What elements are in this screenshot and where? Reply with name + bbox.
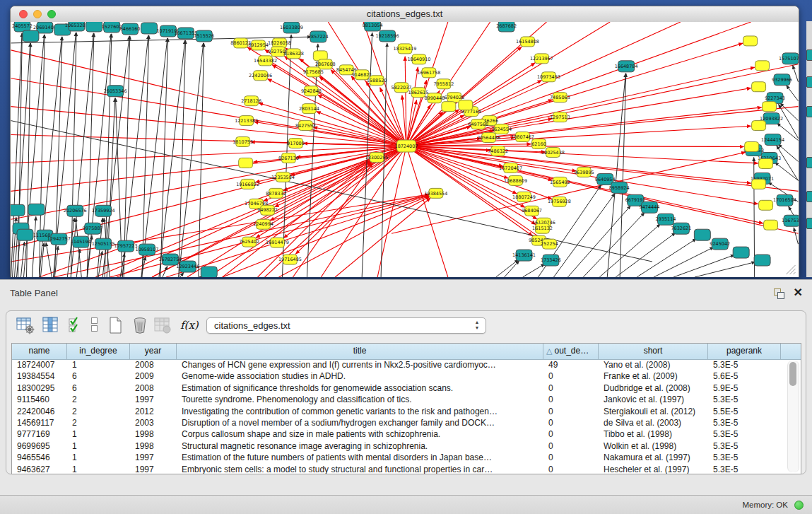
table-cell[interactable]: 1 <box>67 440 130 452</box>
table-cell[interactable]: 0 <box>543 382 599 394</box>
network-node[interactable] <box>745 142 759 152</box>
table-cell[interactable]: 2012 <box>130 406 177 417</box>
table-cell[interactable]: Investigating the contribution of common… <box>177 406 543 417</box>
table-cell[interactable]: 5.3E-5 <box>708 417 781 428</box>
network-node[interactable]: 9639895 <box>574 167 594 177</box>
network-node[interactable]: 9474444 <box>640 201 660 213</box>
table-cell[interactable]: 9463627 <box>12 464 67 474</box>
table-cell[interactable]: 5.3E-5 <box>708 464 781 474</box>
table-cell[interactable]: Franke et al. (2009) <box>599 370 708 382</box>
network-node[interactable]: 7632621 <box>671 223 692 234</box>
network-node[interactable]: 8912954 <box>248 40 269 50</box>
table-cell[interactable]: Tourette syndrome. Phenomenology and cla… <box>177 394 543 405</box>
table-cell[interactable]: Hescheler et al. (1997) <box>599 464 708 474</box>
table-cell[interactable]: Wolkin et al. (1998) <box>599 440 708 452</box>
network-node[interactable]: 1167534 <box>782 215 799 226</box>
network-node[interactable]: 917008 <box>287 139 305 148</box>
table-cell[interactable]: 6 <box>67 370 130 382</box>
table-cell[interactable]: Yano et al. (2008) <box>599 359 708 370</box>
table-cell[interactable]: Nakamura et al. (1997) <box>599 452 708 463</box>
table-cell[interactable]: 9699695 <box>12 440 67 452</box>
table-cell[interactable]: 1 <box>67 452 130 463</box>
table-cell[interactable]: 5.6E-5 <box>708 370 781 382</box>
network-node[interactable]: 1145194 <box>71 236 91 247</box>
network-node[interactable] <box>694 229 710 240</box>
network-node[interactable]: 12942757 <box>47 233 71 245</box>
table-cell[interactable]: Stergiakouli et al. (2012) <box>599 406 708 417</box>
network-node[interactable]: 16033809 <box>280 22 303 33</box>
network-node[interactable]: 9242848 <box>301 86 322 96</box>
network-node[interactable]: 12923446 <box>176 261 199 272</box>
table-cell[interactable]: 1998 <box>130 428 177 440</box>
network-node[interactable]: 12213967 <box>530 54 553 64</box>
column-header-title[interactable]: title <box>177 344 543 359</box>
network-node[interactable]: 17359924 <box>92 205 115 216</box>
table-row[interactable]: 1830029562008Estimation of significance … <box>12 382 781 394</box>
network-node[interactable] <box>759 200 773 210</box>
network-node[interactable] <box>754 255 770 266</box>
table-cell[interactable]: 5.9E-5 <box>708 382 781 394</box>
network-node[interactable] <box>752 179 766 189</box>
network-node[interactable]: 14136141 <box>512 250 536 261</box>
column-header-indegree[interactable]: in_degree <box>67 344 130 359</box>
table-cell[interactable]: 2009 <box>130 370 177 382</box>
network-node[interactable]: 17016504 <box>773 194 796 206</box>
table-row[interactable]: 1872400712008Changes of HCN gene express… <box>12 359 781 370</box>
deselect-rows-icon[interactable] <box>86 316 104 334</box>
function-builder-icon[interactable]: f(x) <box>179 316 197 334</box>
network-node[interactable] <box>17 229 33 240</box>
memory-status-indicator[interactable] <box>794 501 804 510</box>
table-cell[interactable]: 9465546 <box>12 452 67 463</box>
table-row[interactable]: 977716911998Corpus callosum shape and si… <box>12 428 781 440</box>
network-node[interactable]: 19716485 <box>278 255 302 264</box>
table-row[interactable]: 946554611997Estimation of the future num… <box>12 452 781 463</box>
table-cell[interactable]: Jankovic et al. (1997) <box>599 394 708 405</box>
table-cell[interactable]: 9115460 <box>12 394 67 405</box>
network-node[interactable] <box>752 121 766 131</box>
network-node[interactable]: 10688609 <box>504 175 527 185</box>
table-cell[interactable]: 2003 <box>130 417 177 428</box>
table-cell[interactable]: 18300295 <box>12 382 67 394</box>
table-cell[interactable]: 22420046 <box>12 406 67 417</box>
network-node[interactable] <box>755 61 770 71</box>
network-node[interactable]: 18325419 <box>394 44 417 54</box>
network-node[interactable]: 18724007 <box>395 140 418 152</box>
network-node[interactable] <box>764 220 778 230</box>
network-node[interactable]: 9245042 <box>710 238 730 250</box>
network-node[interactable] <box>752 82 766 92</box>
table-settings-icon[interactable] <box>16 316 35 334</box>
table-cell[interactable]: 19384554 <box>12 370 67 382</box>
network-node[interactable] <box>733 247 749 258</box>
column-header-name[interactable]: name <box>12 344 67 359</box>
table-cell[interactable]: 5.3E-5 <box>708 452 781 463</box>
table-cell[interactable]: Embryonic stem cells: a model to study s… <box>177 464 543 474</box>
network-node[interactable] <box>459 100 473 110</box>
select-all-icon[interactable] <box>67 316 86 334</box>
network-node[interactable] <box>442 102 456 112</box>
network-node[interactable]: 18640910 <box>407 54 430 64</box>
network-graph[interactable]: 2405572206914061065328715276026466160107… <box>11 22 799 277</box>
close-panel-icon[interactable]: ✕ <box>794 286 803 299</box>
network-node[interactable]: 26053346 <box>104 86 127 97</box>
table-cell[interactable]: 1 <box>67 359 130 370</box>
table-cell[interactable]: 1997 <box>130 394 177 405</box>
network-node[interactable]: 16154808 <box>516 37 539 47</box>
table-cell[interactable]: 14569117 <box>12 417 67 428</box>
network-node[interactable]: 16543382 <box>254 56 277 66</box>
network-node[interactable] <box>201 267 217 277</box>
table-cell[interactable]: 5.3E-5 <box>708 394 781 405</box>
table-cell[interactable]: 0 <box>543 440 599 452</box>
delete-trash-icon[interactable] <box>131 316 149 334</box>
scrollbar-thumb[interactable] <box>789 362 796 386</box>
table-cell[interactable]: 2 <box>67 406 130 417</box>
network-node[interactable]: 16648784 <box>615 61 638 72</box>
table-cell[interactable]: 1998 <box>130 440 177 452</box>
table-cell[interactable]: 0 <box>543 370 599 382</box>
network-node[interactable] <box>763 102 777 112</box>
table-cell[interactable]: 1997 <box>130 464 177 474</box>
table-row[interactable]: 911546021997Tourette syndrome. Phenomeno… <box>12 394 781 405</box>
table-cell[interactable]: Disruption of a novel member of a sodium… <box>177 417 543 428</box>
network-node[interactable] <box>23 30 39 42</box>
table-cell[interactable]: 18724007 <box>12 359 67 370</box>
table-cell[interactable]: 5.3E-5 <box>708 359 781 370</box>
